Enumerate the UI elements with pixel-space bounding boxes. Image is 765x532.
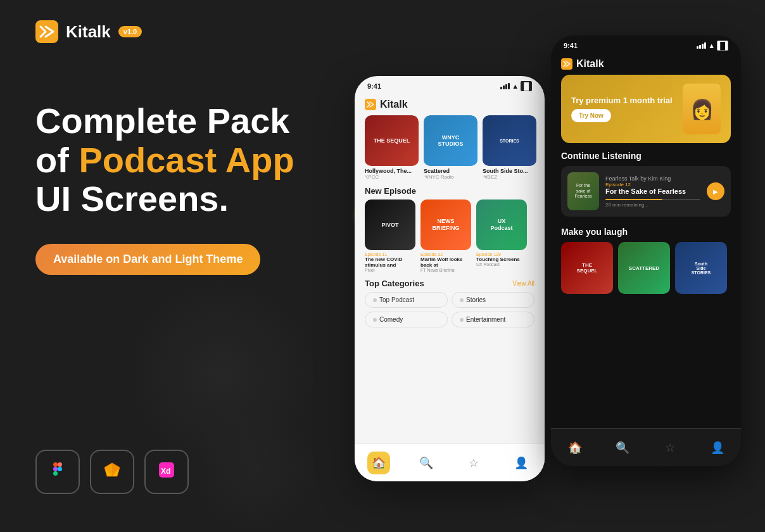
headline-line3: UI Screens. (35, 179, 229, 218)
featured-card-1[interactable]: WNYCSTUDIOS Scattered WNYC Radio (424, 115, 477, 180)
featured-card-0[interactable]: THE SEQUEL Hollywood, The... KPCC (365, 115, 419, 180)
xd-icon: Xd (158, 461, 175, 483)
ep-num-0: Episode 11 (365, 252, 415, 256)
featured-sub-2: WBEZ (483, 174, 536, 180)
ep-img-0: PIVOT (365, 200, 415, 250)
progress-bar (605, 199, 700, 200)
dark-signal-icon (697, 42, 706, 49)
make-you-laugh-section: Make you laugh THESEQUEL SCATTERED South… (551, 220, 741, 298)
continue-info: Fearless Talk by Kim King Episode 12 For… (605, 175, 700, 208)
light-nav-home[interactable]: 🏠 (367, 452, 390, 474)
status-icons: ▲ █ (500, 81, 532, 91)
continue-listening-section: Continue Listening For thesake ofFearles… (551, 143, 741, 220)
tools-row: Xd (35, 450, 189, 494)
premium-banner[interactable]: Try premium 1 month trial Try Now 👩 (561, 75, 731, 143)
figma-icon-box (35, 450, 80, 494)
dark-logo-icon (561, 58, 572, 70)
featured-img-1: WNYCSTUDIOS (424, 115, 477, 166)
cat-chip-1[interactable]: Stories (452, 292, 534, 308)
categories-header: Top Categories View All (355, 272, 545, 292)
light-nav-bookmark[interactable]: ☆ (462, 452, 485, 474)
headline: Complete Pack of Podcast App UI Screens. (35, 101, 294, 218)
play-button[interactable]: ▶ (707, 182, 724, 200)
continue-show: Fearless Talk by Kim King (605, 175, 700, 182)
headline-line2: of (35, 140, 79, 180)
dark-nav-bookmark[interactable]: ☆ (659, 436, 681, 459)
dark-time: 9:41 (564, 42, 578, 49)
ep-title-0: The new COVID stimulus and (365, 256, 415, 268)
svg-text:Xd: Xd (161, 467, 170, 476)
bg-decoration-2 (190, 405, 317, 532)
light-logo-icon (365, 99, 376, 110)
laugh-title: Make you laugh (561, 227, 731, 237)
ep-card-1[interactable]: NEWSBRIEFING Episode 22 Martin Wolf look… (420, 200, 471, 272)
continue-thumb: For thesake ofFearless (567, 172, 599, 210)
continue-time: 26 min remaining... (605, 202, 700, 208)
cat-dot-1 (460, 298, 464, 302)
dark-battery-icon: █ (717, 41, 728, 51)
light-phone-mockup: 9:41 ▲ █ Kitalk THE SEQUEL Hollywood, Th… (355, 76, 545, 481)
dark-status-icons: ▲ █ (697, 41, 728, 51)
svg-rect-4 (58, 467, 62, 471)
continue-ep: Episode 12 (605, 182, 700, 187)
laugh-card-1[interactable]: SCATTERED (618, 242, 670, 294)
ep-channel-0: Pivot (365, 268, 415, 272)
episode-cards: PIVOT Episode 11 The new COVID stimulus … (355, 200, 545, 272)
category-grid: Top Podcast Stories Comedy Entertainment (355, 292, 545, 327)
light-app-header: Kitalk (355, 96, 545, 115)
continue-ep-title: For the Sake of Fearless (605, 187, 700, 195)
figma-icon (49, 461, 66, 483)
laugh-card-2[interactable]: SouthSideSTORIES (675, 242, 727, 294)
cat-label-1: Stories (466, 296, 486, 303)
cat-label-3: Entertainment (466, 316, 505, 323)
dark-app-name: Kitalk (576, 58, 604, 70)
ep-num-2: Episode 129 (476, 252, 527, 256)
svg-rect-1 (53, 462, 58, 467)
try-now-button[interactable]: Try Now (571, 109, 611, 122)
dark-status-bar: 9:41 ▲ █ (551, 35, 741, 56)
cat-chip-3[interactable]: Entertainment (452, 312, 534, 327)
laugh-card-0[interactable]: THESEQUEL (561, 242, 613, 294)
version-badge: v1.0 (118, 26, 142, 37)
featured-title-2: South Side Sto... (483, 168, 536, 174)
signal-icon (500, 83, 510, 89)
svg-rect-0 (35, 20, 58, 43)
dark-phone-mockup: 9:41 ▲ █ Kitalk Try premium 1 month tria… (551, 35, 741, 466)
continue-card[interactable]: For thesake ofFearless Fearless Talk by … (561, 166, 731, 217)
premium-text: Try premium 1 month trial (571, 96, 673, 105)
cat-chip-2[interactable]: Comedy (365, 312, 448, 327)
continue-title: Continue Listening (561, 151, 731, 161)
featured-cards: THE SEQUEL Hollywood, The... KPCC WNYCST… (355, 115, 545, 180)
progress-fill (605, 199, 662, 200)
cat-label-0: Top Podcast (379, 296, 414, 303)
light-nav-search[interactable]: 🔍 (415, 452, 438, 474)
light-app-name: Kitalk (380, 99, 408, 110)
ep-card-0[interactable]: PIVOT Episode 11 The new COVID stimulus … (365, 200, 415, 272)
sketch-icon-box (90, 450, 134, 494)
headline-highlight: Podcast App (79, 140, 294, 180)
xd-icon-box: Xd (144, 450, 189, 494)
featured-title-1: Scattered (424, 168, 477, 174)
cat-dot-2 (373, 318, 377, 322)
view-all[interactable]: View All (512, 280, 534, 287)
ep-card-2[interactable]: UXPodcast Episode 129 Touching Screens U… (476, 200, 527, 272)
sketch-icon (103, 461, 121, 483)
cat-chip-0[interactable]: Top Podcast (365, 292, 448, 308)
featured-title-0: Hollywood, The... (365, 168, 419, 174)
ep-channel-1: FT News Briefing (420, 268, 471, 272)
dark-nav-search[interactable]: 🔍 (611, 436, 634, 459)
wifi-icon: ▲ (512, 82, 519, 90)
featured-card-2[interactable]: STORIES South Side Sto... WBEZ (483, 115, 536, 180)
dark-nav-profile[interactable]: 👤 (706, 436, 729, 459)
ep-img-1: NEWSBRIEFING (420, 200, 471, 250)
left-content: Complete Pack of Podcast App UI Screens.… (35, 101, 294, 275)
header: Kitalk v1.0 (35, 20, 142, 43)
dark-nav-home[interactable]: 🏠 (564, 436, 586, 459)
svg-rect-3 (53, 467, 58, 471)
ep-img-2: UXPodcast (476, 200, 527, 250)
light-nav-profile[interactable]: 👤 (510, 452, 533, 474)
cat-label-2: Comedy (379, 316, 403, 323)
laugh-cards: THESEQUEL SCATTERED SouthSideSTORIES (561, 242, 731, 294)
ep-channel-2: UX Podcast (476, 262, 527, 267)
battery-icon: █ (521, 81, 532, 91)
